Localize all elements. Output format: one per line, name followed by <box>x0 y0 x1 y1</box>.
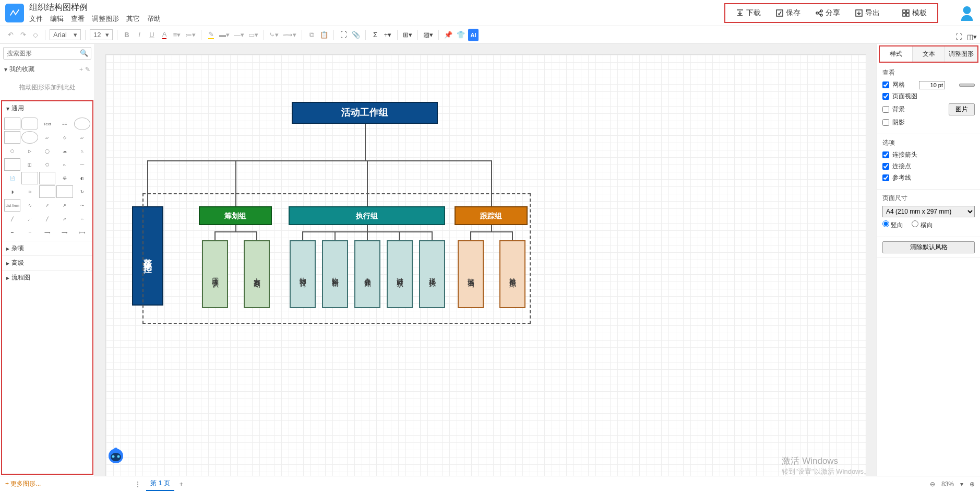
shape-line[interactable]: ╱ <box>4 213 20 225</box>
zoom-out-button[interactable]: ⊖ <box>930 481 935 488</box>
shape-hexagon[interactable]: ⬡ <box>4 145 20 157</box>
image-button[interactable]: 图片 <box>949 103 975 115</box>
fullscreen-icon[interactable]: ⛶ <box>953 30 964 43</box>
italic-button[interactable]: I <box>134 29 145 41</box>
shape-line2[interactable]: ╱ <box>39 213 55 225</box>
more-shapes-button[interactable]: + 更多图形... <box>5 479 41 488</box>
assistant-bot-icon[interactable] <box>105 444 126 465</box>
table-button[interactable]: ⊞▾ <box>402 29 413 41</box>
shape-process[interactable]: ▱ <box>39 131 55 144</box>
waypoint-button[interactable]: ⟿▾ <box>282 29 297 41</box>
shape-arrow-both[interactable]: ↔ <box>74 213 90 225</box>
tab-arrange[interactable]: 调整图形 <box>945 46 977 62</box>
crop-button[interactable]: ⛶ <box>338 29 349 41</box>
shape-container[interactable] <box>56 185 73 198</box>
favorites-header[interactable]: ▾我的收藏 +✎ <box>0 63 94 76</box>
org-leaf-7[interactable]: 现场执行 <box>419 240 445 308</box>
clear-style-button[interactable]: 清除默认风格 <box>882 241 975 253</box>
tab-style[interactable]: 样式 <box>880 46 913 62</box>
shape-data[interactable] <box>39 185 55 198</box>
org-leaf-1[interactable]: 需求确认 <box>202 240 228 308</box>
export-button[interactable]: 导出 <box>847 6 887 20</box>
shape-zigzag[interactable]: ⤳ <box>74 199 90 212</box>
shape-conn-arrow[interactable]: ⟶ <box>39 226 55 239</box>
search-icon[interactable]: 🔍 <box>80 49 88 57</box>
shape-callout[interactable]: ◐ <box>74 172 90 184</box>
shape-arrow[interactable]: ↗ <box>56 199 73 212</box>
ai-button[interactable]: AI <box>468 29 479 41</box>
shape-arrow-round[interactable]: ↻ <box>74 185 90 198</box>
user-avatar-icon[interactable] <box>959 5 975 21</box>
shape-textbox[interactable]: ≡≡ <box>56 118 73 130</box>
shape-trap2[interactable]: ⏢ <box>56 158 73 171</box>
org-leaf-9[interactable]: 社群跟踪 <box>499 240 525 308</box>
shape-card2[interactable] <box>39 172 55 184</box>
org-leaf-4[interactable]: 物料制作 <box>322 240 348 308</box>
template-button[interactable]: 模板 <box>894 6 934 20</box>
connector-button[interactable]: ⤷▾ <box>268 29 280 41</box>
shape-square[interactable] <box>4 131 20 144</box>
shape-conn-dot[interactable]: ⟼ <box>74 226 90 239</box>
fill-color-button[interactable]: ▬▾ <box>218 29 231 41</box>
shape-triangle[interactable]: ▷ <box>21 145 38 157</box>
shape-arrow2[interactable]: ↗ <box>56 213 73 225</box>
shape-curve[interactable]: ∿ <box>21 199 38 212</box>
page-tab-1[interactable]: 第 1 页 <box>146 477 174 491</box>
share-button[interactable]: 分享 <box>808 6 847 20</box>
shape-roundrect[interactable] <box>21 118 38 130</box>
shape-circle[interactable] <box>21 131 38 144</box>
highlight-button[interactable]: ✎ <box>206 29 216 41</box>
download-button[interactable]: 下载 <box>728 6 768 20</box>
org-group-tracking[interactable]: 跟踪组 <box>455 206 528 225</box>
shape-dashline[interactable]: ⋰ <box>21 213 38 225</box>
grid-color-button[interactable] <box>959 84 975 87</box>
shape-trapezoid[interactable]: ⏢ <box>74 145 90 157</box>
zoom-level[interactable]: 83% <box>941 481 954 488</box>
conn-point-checkbox[interactable] <box>882 163 889 170</box>
font-color-button[interactable]: A <box>159 29 170 41</box>
landscape-radio[interactable]: 横向 <box>912 220 933 230</box>
shape-cube[interactable]: ◫ <box>21 158 38 171</box>
font-size-select[interactable]: 12 ▾ <box>90 29 113 40</box>
shape-and[interactable]: ⊃ <box>21 185 38 198</box>
shape-ellipse[interactable] <box>74 118 90 130</box>
shape-conn-dash[interactable]: ┄ <box>21 226 38 239</box>
shape-step[interactable]: ⬠ <box>39 158 55 171</box>
font-family-select[interactable]: Arial ▾ <box>50 29 81 40</box>
zoom-in-button[interactable]: ⊕ <box>970 481 975 488</box>
paste-style-button[interactable]: 📋 <box>319 29 329 41</box>
grid-checkbox[interactable] <box>882 81 889 88</box>
shape-cylinder[interactable]: ◯ <box>39 145 55 157</box>
grid-size-input[interactable] <box>919 81 945 89</box>
org-group-execution[interactable]: 执行组 <box>289 206 445 225</box>
align-button[interactable]: ≡▾ <box>172 29 182 41</box>
section-misc[interactable]: ▸杂项 <box>2 241 92 255</box>
menu-help[interactable]: 帮助 <box>147 14 161 24</box>
pageview-checkbox[interactable] <box>882 93 889 100</box>
org-leaf-3[interactable]: 物料设计 <box>290 240 316 308</box>
section-advanced[interactable]: ▸高级 <box>2 255 92 270</box>
shape-diamond[interactable]: ◇ <box>56 131 73 144</box>
tshirt-icon[interactable]: 👕 <box>456 29 466 41</box>
shape-doc[interactable] <box>21 172 38 184</box>
add-button[interactable]: +▾ <box>383 29 393 41</box>
save-button[interactable]: 保存 <box>768 6 808 20</box>
panel-toggle-icon[interactable]: ◫▾ <box>966 30 978 43</box>
shape-text[interactable]: Text <box>39 118 55 130</box>
section-flowchart[interactable]: ▸流程图 <box>2 270 92 285</box>
canvas-button[interactable]: ▨▾ <box>422 29 434 41</box>
copy-style-button[interactable]: ⧉ <box>306 29 317 41</box>
org-leaf-5[interactable]: 参会通知 <box>354 240 380 308</box>
shadow-checkbox[interactable] <box>882 119 889 126</box>
page-size-select[interactable]: A4 (210 mm x 297 mm) <box>882 206 975 217</box>
page-menu-icon[interactable]: ⋮ <box>135 481 141 488</box>
org-leaf-2[interactable]: 方案策划 <box>244 240 270 308</box>
canvas[interactable]: 活动工作组 整体把控 筹划组 执行组 跟踪组 <box>95 44 877 476</box>
menu-other[interactable]: 其它 <box>126 14 140 24</box>
pin-icon[interactable]: 📌 <box>443 29 453 41</box>
shape-conn-solid[interactable]: ━ <box>4 226 20 239</box>
menu-file[interactable]: 文件 <box>29 14 43 24</box>
menu-edit[interactable]: 编辑 <box>50 14 64 24</box>
undo-button[interactable]: ↶ <box>5 29 16 41</box>
redo-button[interactable]: ↷ <box>18 29 28 41</box>
